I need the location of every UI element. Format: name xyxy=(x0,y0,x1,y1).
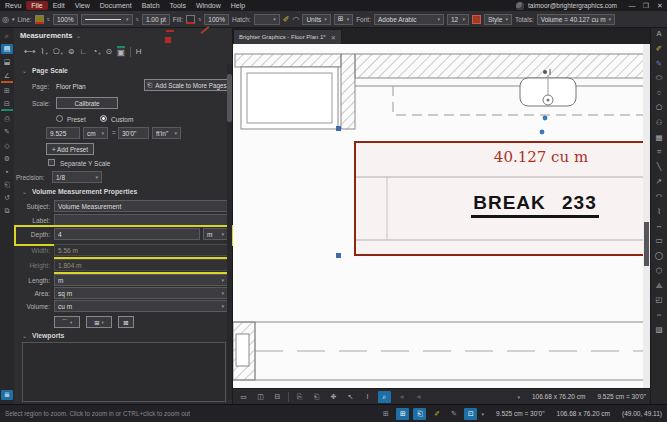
area-measure-icon[interactable]: ⬠▾ xyxy=(53,47,63,56)
hatch-select[interactable]: ▾ xyxy=(254,14,280,25)
menu-file[interactable]: File xyxy=(26,1,47,10)
rectangle-tool-icon[interactable]: ▭ xyxy=(655,237,662,245)
length-unit-select[interactable]: m▾ xyxy=(54,274,228,286)
search-icon[interactable]: ⌕ xyxy=(1,31,13,41)
font-size-select[interactable]: 12▾ xyxy=(447,14,469,25)
custom-radio[interactable] xyxy=(100,115,107,122)
volume-measure-icon[interactable]: ▣ xyxy=(117,46,125,57)
separate-y-checkbox[interactable] xyxy=(48,159,55,166)
layout-select[interactable]: ⊞▾ xyxy=(334,14,353,25)
subject-input[interactable] xyxy=(54,200,228,212)
nav-caret-icon[interactable]: ▾ xyxy=(517,394,520,400)
length-measure-icon[interactable]: ⟷ xyxy=(24,47,35,56)
pan-tool-icon[interactable]: ✥ xyxy=(327,391,340,403)
polylength-measure-icon[interactable]: ⌇▾ xyxy=(40,47,47,56)
status-caret-icon[interactable]: ▾ xyxy=(481,411,484,417)
line-opacity-value[interactable]: 100% xyxy=(53,14,78,25)
area-unit-select[interactable]: sq m▾ xyxy=(54,287,228,299)
layers-panel-icon[interactable]: ⎗ xyxy=(1,180,13,190)
volume-tool-icon[interactable]: ▨ xyxy=(655,326,662,334)
arc-tool-icon[interactable]: ◠ xyxy=(656,193,663,201)
highlighter-tool-icon[interactable]: ✐ xyxy=(656,45,662,53)
viewports-list[interactable] xyxy=(22,342,226,402)
fill-color-swatch[interactable] xyxy=(186,15,195,24)
minimize-button[interactable]: — xyxy=(625,2,639,9)
previous-view-icon[interactable]: ◄ xyxy=(395,391,408,403)
status-scale[interactable]: 9.525 cm = 30'0" xyxy=(496,410,545,417)
drawing-canvas[interactable]: 40.127 cu m BREAK 233 xyxy=(233,44,650,388)
panel-chevron-icon[interactable]: ⌄ xyxy=(76,32,81,39)
depth-input[interactable] xyxy=(54,228,200,240)
arrow-tool-icon[interactable]: ↗ xyxy=(656,178,662,186)
measurements-panel-icon[interactable]: ▤ xyxy=(1,44,13,54)
area-tool-icon[interactable]: ◰ xyxy=(655,296,662,304)
line-color-swatch[interactable] xyxy=(35,15,44,24)
snapshot-tool-icon[interactable]: ⌗ xyxy=(657,148,661,156)
fill-opacity-stepper[interactable]: ⇅ xyxy=(198,18,201,21)
marker-mode-icon[interactable]: ✐ xyxy=(430,408,443,420)
image-tool-icon[interactable]: ▦ xyxy=(655,134,662,142)
ellipse-tool-icon[interactable]: ○ xyxy=(657,89,662,97)
continuous-page-icon[interactable]: ⊟ xyxy=(271,391,284,403)
caption-style-button[interactable]: ⊞▾ xyxy=(86,316,112,328)
curve-tool-icon[interactable]: ◠ xyxy=(292,15,299,24)
circle-tool-icon[interactable]: ◯ xyxy=(655,252,663,260)
callout-tool-icon[interactable]: ⬭ xyxy=(656,74,662,82)
add-preset-button[interactable]: + Add Preset xyxy=(46,143,94,155)
panel-scrollbar[interactable] xyxy=(227,64,232,400)
vmp-title[interactable]: Volume Measurement Properties xyxy=(32,188,137,195)
polygon-tool-icon[interactable]: ⬡ xyxy=(656,267,663,275)
close-button[interactable]: ✕ xyxy=(653,2,667,10)
markup-panel-icon[interactable]: ✎ xyxy=(1,127,13,137)
scale-from-unit-select[interactable]: cm▾ xyxy=(83,127,108,139)
viewports-title[interactable]: Viewports xyxy=(32,332,64,339)
menu-batch[interactable]: Batch xyxy=(137,1,165,10)
select-tool-icon[interactable]: ↖ xyxy=(344,391,357,403)
room-label-text[interactable]: BREAK 233 xyxy=(471,192,599,218)
units-select[interactable]: Units▾ xyxy=(302,14,330,25)
scale-to-unit-select[interactable]: ft'in"▾ xyxy=(152,127,181,139)
line-width-stepper[interactable]: ⇅ xyxy=(136,18,139,21)
volume-unit-select[interactable]: cu m▾ xyxy=(54,300,228,312)
line-tool-icon[interactable]: ╲ xyxy=(657,163,662,171)
last-page-icon[interactable]: ⎗ xyxy=(310,391,323,403)
length-tool-icon[interactable]: ↔ xyxy=(655,222,663,230)
tool-chest-panel-icon[interactable]: ◇ xyxy=(1,141,13,151)
pen-mode-icon[interactable]: ✎ xyxy=(447,408,460,420)
text-select-tool-icon[interactable]: I xyxy=(361,391,374,403)
polyline-tool-icon[interactable]: ⌇ xyxy=(657,208,661,216)
text-color-swatch[interactable] xyxy=(472,15,481,24)
account-email[interactable]: taimoor@brightergraphics.com xyxy=(528,2,617,9)
snap-grid-icon[interactable]: ⊞ xyxy=(396,408,409,420)
restore-button[interactable]: ❐ xyxy=(639,2,653,10)
stamp-tool-icon[interactable]: ⚇ xyxy=(656,119,663,127)
delete-caption-button[interactable]: ⊠ xyxy=(118,316,134,328)
fill-opacity-value[interactable]: 100% xyxy=(204,14,229,25)
highlight-mode-icon[interactable]: ✐ xyxy=(283,15,290,24)
polygon-cut-tool-icon[interactable]: ⟁ xyxy=(656,282,663,290)
calibrate-button[interactable]: Calibrate xyxy=(56,97,118,109)
dynamic-fill-icon[interactable]: ⊡ xyxy=(464,408,477,420)
line-opacity-stepper[interactable]: ⇅ xyxy=(47,18,50,21)
style-select[interactable]: Style▾ xyxy=(484,14,512,25)
preset-radio-label[interactable]: Preset xyxy=(67,116,86,123)
bookmarks-panel-icon[interactable]: ⊟ xyxy=(1,99,13,111)
calibrate-panel-icon[interactable]: ∠ xyxy=(1,71,13,83)
panel-scrollbar-thumb[interactable] xyxy=(227,74,232,122)
menu-tools[interactable]: Tools xyxy=(165,1,191,10)
canvas-scrollbar[interactable] xyxy=(643,44,650,388)
two-page-icon[interactable]: ◫ xyxy=(254,391,267,403)
totals-select[interactable]: Volume = 40.127 cu m▾ xyxy=(537,14,615,25)
page-scale-title[interactable]: Page Scale xyxy=(32,67,68,74)
settings-panel-icon[interactable]: ⚙ xyxy=(1,154,13,164)
menu-revu[interactable]: Revu xyxy=(0,1,26,10)
tool-mode-caret-icon[interactable]: ▾ xyxy=(12,16,15,22)
text-box-tool-icon[interactable]: A xyxy=(656,30,661,38)
split-view-icon[interactable]: ⧉ xyxy=(1,206,13,216)
measurement-value-text[interactable]: 40.127 cu m xyxy=(466,148,616,166)
angle-measure-icon[interactable]: ∟ xyxy=(80,47,88,56)
diameter-measure-icon[interactable]: ⊙ xyxy=(106,47,113,56)
leader-line-button[interactable]: ⌒▾ xyxy=(54,316,80,328)
menu-window[interactable]: Window xyxy=(191,1,226,10)
thumbnails-panel-icon[interactable]: ⊞ xyxy=(1,86,13,96)
